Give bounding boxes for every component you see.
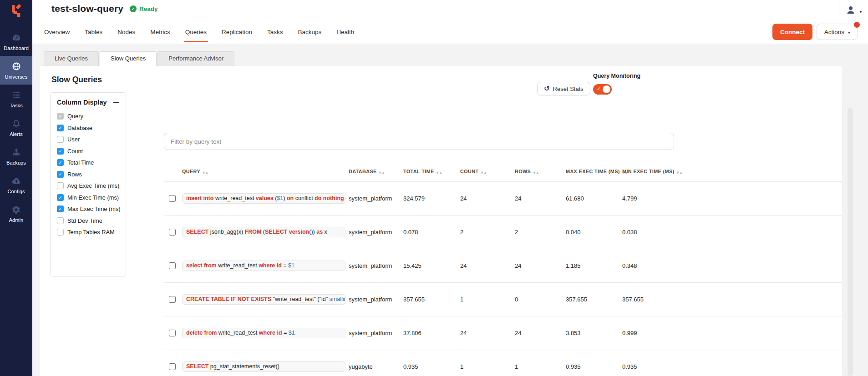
cell-max-exec-time: 0.935 [566,363,622,370]
column-header-max-exec-time-ms[interactable]: MAX EXEC TIME (MS) [566,167,622,175]
query-code[interactable]: CREATE TABLE IF NOT EXISTS "write_read_t… [182,294,345,305]
upload-icon [11,147,21,158]
sort-icon[interactable] [677,167,683,175]
sidebar-item-alerts[interactable]: Alerts [0,113,32,142]
column-option-avg-exec-time-ms[interactable]: Avg Exec Time (ms) [57,180,119,192]
cell-database: system_platform [349,330,403,336]
table-row: SELECT jsonb_agg(x) FROM (SELECT version… [164,216,842,249]
row-checkbox[interactable] [169,195,176,202]
chevron-down-icon[interactable] [859,7,862,15]
nav-tab-tasks[interactable]: Tasks [267,28,284,36]
row-checkbox[interactable] [169,229,176,236]
yugabyte-logo-icon[interactable] [0,0,32,22]
column-header-rows[interactable]: ROWS [515,167,566,175]
column-option-label: Database [67,125,92,131]
gauge-icon [11,32,21,43]
query-code[interactable]: delete from write_read_test where id = $… [182,328,345,338]
column-option-rows[interactable]: Rows [57,169,119,180]
sidebar-item-universes[interactable]: Universes [0,56,32,85]
user-avatar-icon[interactable] [845,5,856,17]
column-display-header: Column Display [57,99,119,106]
sidebar-item-label: Admin [9,217,24,223]
query-code[interactable]: SELECT pg_stat_statements_reset() [182,361,345,372]
sort-icon[interactable] [533,167,539,175]
sidebar-item-configs[interactable]: Configs [0,170,32,199]
column-option-count[interactable]: Count [57,145,119,157]
table-row: select from write_read_test where id = $… [164,249,842,283]
row-checkbox[interactable] [169,296,176,303]
column-option-total-time[interactable]: Total Time [57,157,119,169]
column-option-user[interactable]: User [57,134,119,145]
tab-slow-queries[interactable]: Slow Queries [100,51,157,66]
nav-tab-replication[interactable]: Replication [221,28,253,36]
nav-tab-backups[interactable]: Backups [297,28,322,36]
universe-nav: OverviewTablesNodesMetricsQueriesReplica… [44,20,355,44]
checkbox-icon [57,171,64,178]
row-checkbox[interactable] [169,363,176,370]
chevron-down-icon [848,29,850,35]
cell-rows: 1 [515,363,566,370]
connect-button[interactable]: Connect [772,24,812,40]
actions-button[interactable]: Actions [817,24,858,40]
query-code[interactable]: select from write_read_test where id = $… [182,261,345,271]
sort-icon[interactable] [437,167,443,175]
cloud-upload-icon [11,175,21,186]
query-monitoring-toggle[interactable] [593,84,612,95]
column-header-query[interactable]: QUERY [182,167,349,175]
nav-tab-metrics[interactable]: Metrics [150,28,171,36]
column-option-temp-tables-ram[interactable]: Temp Tables RAM [57,226,119,238]
column-display-card: Column Display QueryDatabaseUserCountTot… [50,92,126,276]
cell-rows: 0 [515,296,566,303]
sort-icon[interactable] [203,167,209,175]
nav-tab-queries[interactable]: Queries [185,28,207,36]
sidebar-item-label: Backups [6,160,26,165]
collapse-icon[interactable] [113,102,119,103]
nav-tab-health[interactable]: Health [336,28,355,36]
checkbox-icon [57,206,64,212]
cell-max-exec-time: 1.185 [566,262,622,269]
cell-count: 24 [460,195,515,202]
tab-performance-advisor[interactable]: Performance Advisor [157,51,234,66]
sort-icon[interactable] [379,167,386,175]
cell-database: system_platform [349,262,403,269]
sidebar-item-dashboard[interactable]: Dashboard [0,27,32,56]
column-option-database[interactable]: Database [57,122,119,134]
nav-tab-overview[interactable]: Overview [44,28,70,36]
cell-total-time: 0.078 [403,229,460,236]
nav-tab-tables[interactable]: Tables [84,28,103,36]
query-code[interactable]: SELECT jsonb_agg(x) FROM (SELECT version… [182,227,345,237]
reset-stats-button[interactable]: Reset Stats [537,82,590,95]
nav-tab-nodes[interactable]: Nodes [117,28,136,36]
check-circle-icon [130,5,137,12]
tab-live-queries[interactable]: Live Queries [44,51,99,66]
row-checkbox[interactable] [169,330,176,336]
row-checkbox[interactable] [169,262,176,269]
status-label: Ready [139,5,158,12]
sidebar-item-backups[interactable]: Backups [0,142,32,170]
sidebar-item-admin[interactable]: Admin [0,199,32,228]
column-option-query[interactable]: Query [57,110,119,122]
column-header-count[interactable]: COUNT [460,167,515,175]
cell-total-time: 37.806 [403,330,460,336]
sidebar-item-tasks[interactable]: Tasks [0,85,32,113]
column-option-min-exec-time-ms[interactable]: Min Exec Time (ms) [57,192,119,204]
checkbox-icon [57,182,64,189]
checkbox-icon [57,159,64,166]
scrollbar[interactable] [848,108,853,376]
column-header-database[interactable]: DATABASE [349,167,403,175]
sort-icon[interactable] [481,167,487,175]
column-option-label: Std Dev Time [67,217,102,224]
query-code[interactable]: insert into write_read_test values ($1) … [182,193,345,204]
column-option-std-dev-time[interactable]: Std Dev Time [57,215,119,227]
user-menu[interactable] [839,0,868,22]
cell-total-time: 15.425 [403,262,460,269]
column-header-total-time[interactable]: TOTAL TIME [403,167,460,175]
cell-rows: 24 [515,195,566,202]
column-header-min-exec-time-ms[interactable]: MIN EXEC TIME (MS) [622,167,842,175]
query-filter-input[interactable] [164,133,674,150]
reset-stats-label: Reset Stats [553,85,584,92]
bell-icon [11,118,21,129]
cell-rows: 24 [515,262,566,269]
cell-max-exec-time: 357.655 [566,296,622,303]
column-option-max-exec-time-ms[interactable]: Max Exec Time (ms) [57,203,119,215]
